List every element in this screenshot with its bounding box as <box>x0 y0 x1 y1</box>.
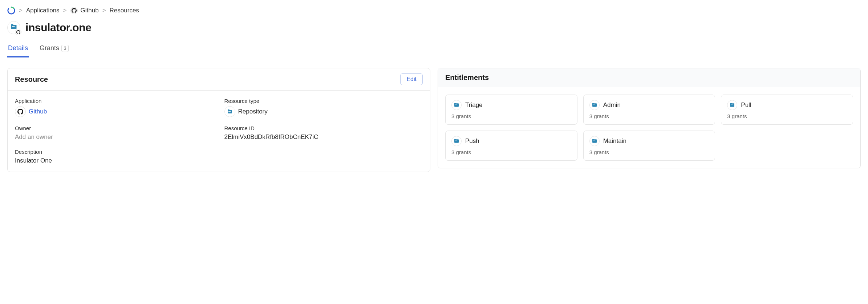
breadcrumb-resources[interactable]: Resources <box>110 7 139 14</box>
svg-rect-4 <box>731 105 733 105</box>
tab-details[interactable]: Details <box>7 42 29 57</box>
entitlements-panel-title: Entitlements <box>445 73 489 82</box>
entitlement-grants-count: 3 grants <box>589 113 709 119</box>
breadcrumb-separator-icon: > <box>19 7 23 14</box>
description-label: Description <box>15 149 423 155</box>
field-application: Application Github <box>15 98 214 117</box>
resource-panel-header: Resource Edit <box>8 68 430 91</box>
page-title-icon <box>7 21 20 34</box>
breadcrumb-applications[interactable]: Applications <box>26 7 60 14</box>
svg-rect-2 <box>455 105 457 105</box>
resource-id-label: Resource ID <box>224 125 423 131</box>
svg-rect-5 <box>455 141 457 141</box>
folder-icon <box>589 100 600 110</box>
entitlement-grants-count: 3 grants <box>727 113 847 119</box>
folder-icon <box>451 100 462 110</box>
field-resource-type: Resource type Repository <box>224 98 423 117</box>
entitlement-card[interactable]: Triage3 grants <box>445 95 577 125</box>
tabs: Details Grants 3 <box>7 42 861 57</box>
entitlement-title: Triage <box>465 101 483 109</box>
field-description: Description Insulator One <box>15 149 423 164</box>
breadcrumb-separator-icon: > <box>102 7 106 14</box>
entitlement-title: Push <box>465 137 479 145</box>
entitlement-grants-count: 3 grants <box>451 149 571 155</box>
github-icon <box>70 7 78 14</box>
panels-container: Resource Edit Application Github Resourc… <box>7 68 861 172</box>
breadcrumb-github[interactable]: Github <box>81 7 99 14</box>
entitlement-card[interactable]: Admin3 grants <box>583 95 715 125</box>
entitlement-card[interactable]: Pull3 grants <box>721 95 853 125</box>
owner-add-link[interactable]: Add an owner <box>15 133 214 141</box>
breadcrumb-separator-icon: > <box>63 7 67 14</box>
folder-icon <box>589 136 600 146</box>
folder-icon <box>451 136 462 146</box>
entitlements-panel-header: Entitlements <box>438 68 860 87</box>
svg-rect-0 <box>12 26 15 27</box>
page-title: insulator.one <box>25 21 92 34</box>
entitlement-grants-count: 3 grants <box>451 113 571 119</box>
grants-count-badge: 3 <box>61 45 69 52</box>
page-title-row: insulator.one <box>7 21 861 34</box>
resource-panel: Resource Edit Application Github Resourc… <box>7 68 430 172</box>
entitlement-grants-count: 3 grants <box>589 149 709 155</box>
owner-label: Owner <box>15 125 214 131</box>
entitlement-card[interactable]: Maintain3 grants <box>583 131 715 161</box>
resource-id-value: 2ElmiVx0BdDkRfb8fRObCnEK7iC <box>224 133 423 141</box>
field-owner: Owner Add an owner <box>15 125 214 141</box>
folder-icon <box>224 106 235 117</box>
entitlement-title: Maintain <box>603 137 626 145</box>
application-link[interactable]: Github <box>29 108 47 115</box>
github-icon <box>15 29 21 35</box>
description-value: Insulator One <box>15 157 423 164</box>
breadcrumb: > Applications > Github > Resources <box>7 7 861 15</box>
resource-panel-title: Resource <box>15 75 48 84</box>
application-label: Application <box>15 98 214 104</box>
entitlement-card[interactable]: Push3 grants <box>445 131 577 161</box>
resource-type-value: Repository <box>238 108 268 115</box>
edit-button[interactable]: Edit <box>400 73 423 85</box>
entitlement-title: Pull <box>741 101 751 109</box>
entitlements-panel: Entitlements Triage3 grantsAdmin3 grants… <box>438 68 861 168</box>
svg-rect-1 <box>228 111 231 112</box>
tab-grants[interactable]: Grants 3 <box>39 42 69 57</box>
field-resource-id: Resource ID 2ElmiVx0BdDkRfb8fRObCnEK7iC <box>224 125 423 141</box>
app-logo-icon[interactable] <box>7 7 15 15</box>
github-icon <box>15 106 26 117</box>
entitlement-title: Admin <box>603 101 621 109</box>
folder-icon <box>727 100 737 110</box>
resource-type-label: Resource type <box>224 98 423 104</box>
tab-label: Grants <box>40 44 59 52</box>
svg-rect-3 <box>593 105 595 105</box>
svg-rect-6 <box>593 141 595 141</box>
tab-label: Details <box>8 44 28 52</box>
